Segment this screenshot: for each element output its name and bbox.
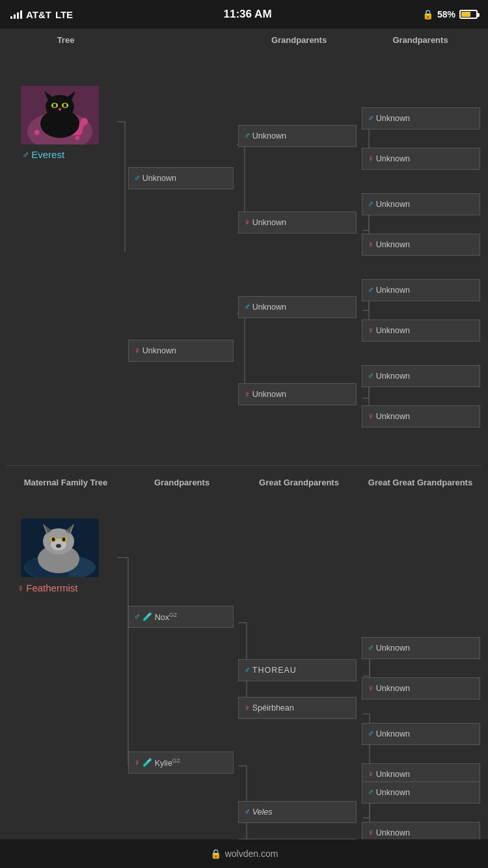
maternal-gp-thoreau[interactable]: ♂ THOREAU (238, 659, 357, 681)
clock: 11:36 AM (224, 8, 272, 21)
paternal-col2-header: Grandparents (239, 31, 359, 49)
network: LTE (55, 9, 73, 20)
battery-icon (459, 10, 478, 19)
paternal-col0-header: Tree (7, 31, 125, 49)
paternal-header-row: Tree Grandparents Grandparents (3, 29, 485, 50)
feathermist-name-text: Feathermist (26, 582, 77, 593)
parent-male-gender: ♂ (134, 173, 141, 183)
signal-icon (10, 10, 22, 19)
maternal-col2-header: Great Grandparents (239, 474, 359, 491)
everest-avatar[interactable] (21, 86, 99, 147)
everest-gender-icon: ♂ (22, 149, 29, 160)
paternal-parent-female[interactable]: ♀ Unknown (128, 340, 234, 362)
maternal-parent-kylie[interactable]: ♀ 🧪 KylieG2 (128, 752, 234, 774)
paternal-col1-header (125, 31, 239, 49)
paternal-ggp-4[interactable]: ♂ Unknown (362, 279, 480, 301)
paternal-ggp-2[interactable]: ♂ Unknown (362, 193, 480, 215)
status-right: 🔒 58% (422, 9, 478, 20)
feathermist-name-label[interactable]: ♀ Feathermist (17, 582, 77, 593)
paternal-gp-3[interactable]: ♀ Unknown (238, 383, 357, 405)
paternal-gp-0[interactable]: ♂ Unknown (238, 125, 357, 147)
paternal-section: Tree Grandparents Grandparents (0, 29, 488, 460)
kylie-label: KylieG2 (155, 757, 180, 768)
paternal-ggp-0[interactable]: ♂ Unknown (362, 107, 480, 129)
maternal-ggp-4[interactable]: ♂ Unknown (362, 781, 480, 804)
paternal-ggp-1[interactable]: ♀ Unknown (362, 148, 480, 170)
speirbhean-label: Spéirbhean (252, 703, 294, 712)
maternal-col3-header: Great Great Grandparents (359, 474, 481, 491)
feathermist-gender-icon: ♀ (17, 582, 24, 593)
paternal-gp-2[interactable]: ♂ Unknown (238, 296, 357, 318)
section-divider (7, 465, 481, 466)
footer-website: wolvden.com (225, 848, 278, 859)
maternal-parent-nox[interactable]: ♂ 🧪 NoxG2 (128, 606, 234, 628)
lock-icon: 🔒 (422, 9, 433, 20)
maternal-section: Maternal Family Tree Grandparents Great … (0, 471, 488, 868)
maternal-ggp-1[interactable]: ♀ Unknown (362, 677, 480, 699)
maternal-gp-veles[interactable]: ♂ Veles (238, 801, 357, 823)
parent-female-gender: ♀ (134, 346, 141, 355)
paternal-ggp-3[interactable]: ♀ Unknown (362, 234, 480, 256)
everest-name-label[interactable]: ♂ Everest (22, 149, 64, 160)
main-content: Tree Grandparents Grandparents (0, 29, 488, 868)
battery-percent: 58% (437, 9, 455, 20)
veles-label: Veles (252, 807, 273, 817)
everest-name-text: Everest (31, 149, 64, 160)
paternal-tree-body: ♂ Everest ♂ Unknown ♀ Unknown ♂ Unknown (3, 50, 485, 454)
maternal-gp-speirbhean[interactable]: ♀ Spéirbhean (238, 697, 357, 719)
paternal-gp-1[interactable]: ♀ Unknown (238, 211, 357, 234)
maternal-col0-header: Maternal Family Tree (7, 474, 125, 491)
paternal-ggp-7[interactable]: ♀ Unknown (362, 405, 480, 427)
maternal-header-row: Maternal Family Tree Grandparents Great … (3, 471, 485, 493)
maternal-ggp-0[interactable]: ♂ Unknown (362, 637, 480, 659)
footer-lock-icon: 🔒 (210, 848, 221, 859)
footer-bar: 🔒 wolvden.com (0, 839, 488, 868)
nox-label: NoxG2 (155, 612, 177, 622)
thoreau-label: THOREAU (252, 666, 297, 675)
maternal-col1-header: Grandparents (125, 474, 239, 491)
paternal-ggp-6[interactable]: ♂ Unknown (362, 365, 480, 387)
status-left: AT&T LTE (10, 9, 73, 20)
paternal-col3-header: Grandparents (359, 31, 481, 49)
maternal-ggp-2[interactable]: ♂ Unknown (362, 723, 480, 745)
maternal-tree-body: ♀ Feathermist ♂ 🧪 NoxG2 ♀ 🧪 KylieG2 ♂ TH… (3, 493, 485, 868)
feathermist-avatar[interactable] (21, 519, 99, 580)
status-bar: AT&T LTE 11:36 AM 🔒 58% (0, 0, 488, 29)
paternal-parent-male[interactable]: ♂ Unknown (128, 167, 234, 189)
carrier: AT&T (26, 9, 51, 20)
paternal-ggp-5[interactable]: ♀ Unknown (362, 319, 480, 342)
